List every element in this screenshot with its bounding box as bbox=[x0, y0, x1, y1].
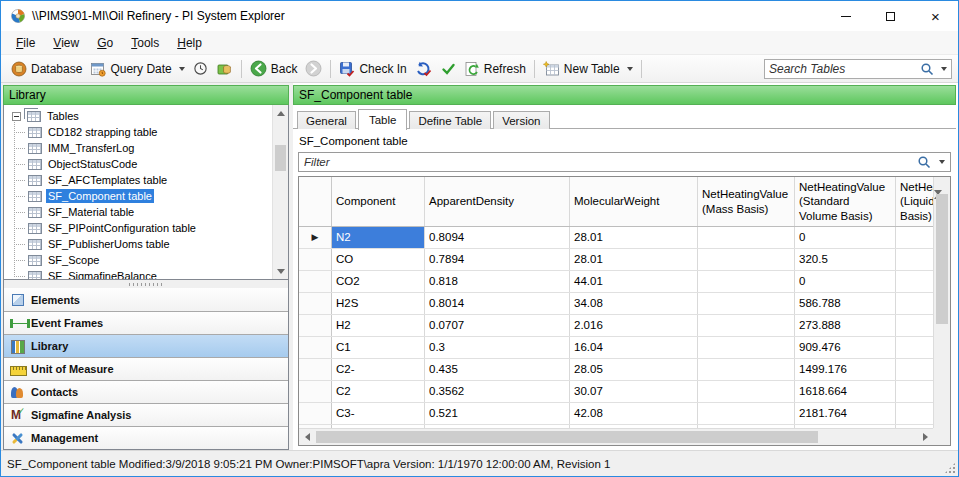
grid-cell[interactable] bbox=[896, 403, 933, 424]
grid-cell[interactable]: 28.05 bbox=[570, 359, 698, 380]
grid-cell[interactable] bbox=[698, 381, 795, 402]
row-selector[interactable] bbox=[299, 359, 332, 380]
grid-cell[interactable]: 586.788 bbox=[795, 293, 896, 314]
resize-grip[interactable] bbox=[945, 463, 955, 473]
grid-cell[interactable]: 0.3562 bbox=[425, 381, 570, 402]
menu-item[interactable]: File bbox=[7, 32, 44, 54]
grid-cell[interactable]: 2.016 bbox=[570, 315, 698, 336]
scroll-right-icon[interactable] bbox=[917, 429, 933, 445]
new-table-button[interactable]: New Table bbox=[539, 58, 637, 80]
grid-row[interactable]: CO0.789428.01320.5 bbox=[299, 249, 933, 271]
back-button[interactable]: Back bbox=[246, 57, 302, 80]
tree-item-label[interactable]: SF_Scope bbox=[46, 253, 101, 267]
grid-cell[interactable]: 0.7894 bbox=[425, 249, 570, 270]
grid-cell[interactable]: 34.08 bbox=[570, 293, 698, 314]
tree-scrollbar[interactable] bbox=[272, 105, 288, 279]
filter-search-icon[interactable] bbox=[917, 155, 931, 169]
tree-item-label[interactable]: SF_AFCTemplates table bbox=[46, 173, 169, 187]
grid-column-header[interactable]: Component bbox=[332, 177, 425, 226]
grid-cell[interactable] bbox=[896, 337, 933, 358]
grid-cell[interactable] bbox=[698, 293, 795, 314]
tree-item-label[interactable]: SF_PublisherUoms table bbox=[46, 237, 172, 251]
row-selector[interactable] bbox=[299, 337, 332, 358]
tab[interactable]: General bbox=[297, 111, 356, 129]
nav-item[interactable]: Management bbox=[4, 426, 288, 449]
grid-cell[interactable]: 0.8014 bbox=[425, 293, 570, 314]
grid-cell[interactable] bbox=[896, 359, 933, 380]
grid-cell[interactable]: 0 bbox=[795, 227, 896, 248]
tab[interactable]: Table bbox=[358, 109, 408, 130]
grid-cell[interactable] bbox=[698, 249, 795, 270]
grid-cell[interactable]: C2- bbox=[332, 359, 425, 380]
grid-cell[interactable] bbox=[896, 227, 933, 248]
grid-cell[interactable]: 1499.176 bbox=[795, 359, 896, 380]
search-tables-box[interactable] bbox=[764, 59, 952, 79]
grid-cell[interactable]: 16.04 bbox=[570, 337, 698, 358]
grid-column-header[interactable]: MolecularWeight bbox=[570, 177, 698, 226]
grid-cell[interactable] bbox=[896, 271, 933, 292]
grid-row[interactable]: C20.356230.071618.664 bbox=[299, 381, 933, 403]
tree-item-label[interactable]: SF_Component table bbox=[46, 189, 154, 203]
row-selector[interactable] bbox=[299, 403, 332, 424]
grid-cell[interactable] bbox=[698, 315, 795, 336]
search-tables-input[interactable] bbox=[769, 62, 916, 76]
tree-item-label[interactable]: IMM_TransferLog bbox=[46, 141, 136, 155]
nav-item[interactable]: Unit of Measure bbox=[4, 357, 288, 380]
maximize-button[interactable] bbox=[868, 1, 913, 31]
title-bar[interactable]: \\PIMS901-MI\Oil Refinery - PI System Ex… bbox=[1, 1, 958, 31]
grid-cell[interactable]: 44.01 bbox=[570, 271, 698, 292]
grid-cell[interactable] bbox=[698, 227, 795, 248]
grid-cell[interactable]: H2 bbox=[332, 315, 425, 336]
minimize-button[interactable] bbox=[823, 1, 868, 31]
collapse-icon[interactable] bbox=[12, 112, 21, 121]
forward-button[interactable] bbox=[301, 57, 326, 80]
nav-item[interactable]: Sigmafine Analysis bbox=[4, 403, 288, 426]
grid-cell[interactable]: CO2 bbox=[332, 271, 425, 292]
nav-item[interactable]: Event Frames bbox=[4, 311, 288, 334]
grid-row[interactable]: CO20.81844.010 bbox=[299, 271, 933, 293]
panel-splitter-grip[interactable] bbox=[3, 280, 289, 288]
grid-row[interactable]: H20.07072.016273.888 bbox=[299, 315, 933, 337]
grid-cell[interactable]: H2S bbox=[332, 293, 425, 314]
grid-cell[interactable]: 0.435 bbox=[425, 359, 570, 380]
grid-cell[interactable]: 0.521 bbox=[425, 403, 570, 424]
grid-cell[interactable] bbox=[698, 337, 795, 358]
grid-cell[interactable]: 0 bbox=[795, 271, 896, 292]
grid-cell[interactable] bbox=[698, 271, 795, 292]
search-dropdown-icon[interactable] bbox=[941, 67, 947, 71]
query-date-button[interactable]: Query Date bbox=[86, 58, 188, 80]
scroll-left-icon[interactable] bbox=[299, 429, 315, 445]
row-selector[interactable]: ▶ bbox=[299, 227, 332, 248]
time-button[interactable] bbox=[189, 58, 212, 79]
filter-box[interactable] bbox=[298, 152, 951, 172]
tree-root-tables[interactable]: Tables bbox=[6, 108, 288, 124]
nav-item[interactable]: Contacts bbox=[4, 380, 288, 403]
grid-cell[interactable] bbox=[698, 403, 795, 424]
grid-column-header[interactable]: ApparentDensity bbox=[425, 177, 570, 226]
nav-item[interactable]: Elements bbox=[4, 288, 288, 311]
grid-column-header[interactable]: NetHea (Liquid Basis) bbox=[896, 177, 933, 226]
tree-scrollbar-thumb[interactable] bbox=[275, 145, 286, 171]
tree-item[interactable]: SF_Material table bbox=[6, 204, 288, 220]
refresh-button[interactable]: Refresh bbox=[460, 58, 530, 80]
tree-item[interactable]: IMM_TransferLog bbox=[6, 140, 288, 156]
tree-item[interactable]: ObjectStatusCode bbox=[6, 156, 288, 172]
grid-vscroll-thumb[interactable] bbox=[936, 194, 948, 324]
undo-checkout-button[interactable] bbox=[411, 58, 437, 80]
grid-column-header[interactable]: NetHeatingValue (Standard Volume Basis) bbox=[795, 177, 896, 226]
tree-root-label[interactable]: Tables bbox=[45, 109, 81, 123]
grid-row[interactable]: C2-0.43528.051499.176 bbox=[299, 359, 933, 381]
grid-cell[interactable]: N2 bbox=[332, 227, 425, 248]
nav-item[interactable]: Library bbox=[4, 334, 288, 357]
grid-row[interactable]: C10.316.04909.476 bbox=[299, 337, 933, 359]
grid-column-header[interactable]: NetHeatingValue (Mass Basis) bbox=[698, 177, 795, 226]
grid-cell[interactable] bbox=[698, 359, 795, 380]
tree-item[interactable]: SF_Scope bbox=[6, 252, 288, 268]
grid-cell[interactable]: 30.07 bbox=[570, 381, 698, 402]
grid-cell[interactable] bbox=[896, 249, 933, 270]
grid-row[interactable]: H2S0.801434.08586.788 bbox=[299, 293, 933, 315]
grid-cell[interactable]: 28.01 bbox=[570, 249, 698, 270]
menu-item[interactable]: Tools bbox=[122, 32, 168, 54]
apply-button[interactable] bbox=[437, 59, 460, 79]
menu-item[interactable]: Help bbox=[168, 32, 211, 54]
